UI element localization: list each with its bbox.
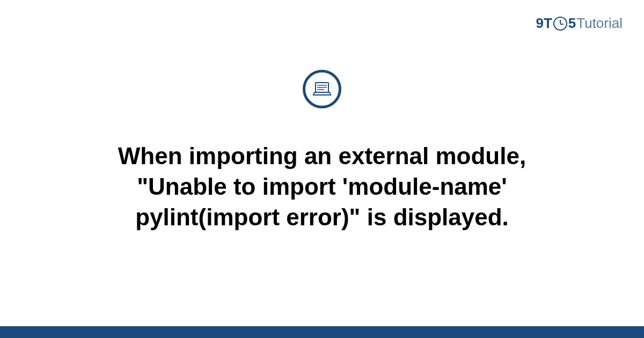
laptop-icon-circle — [303, 70, 341, 108]
logo-text-part2: 5 — [568, 15, 576, 32]
main-content: When importing an external module, "Unab… — [0, 70, 644, 233]
site-logo: 9T 5 Tutorial — [536, 15, 623, 32]
laptop-icon — [311, 78, 333, 100]
clock-icon — [553, 17, 567, 31]
page-title: When importing an external module, "Unab… — [80, 141, 564, 233]
logo-text-part3: Tutorial — [576, 15, 623, 32]
logo-text-part1: 9T — [536, 15, 552, 32]
bottom-bar — [0, 326, 644, 338]
